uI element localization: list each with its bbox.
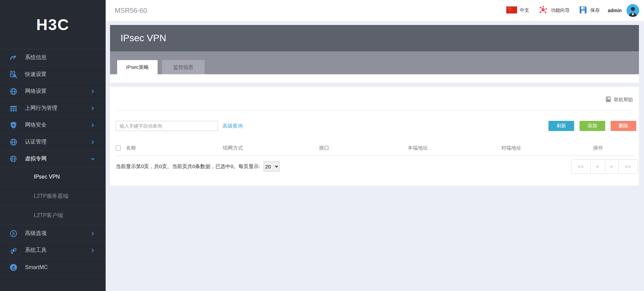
tools-icon	[9, 246, 18, 255]
tab-ipsec-policy[interactable]: IPsec策略	[117, 60, 158, 74]
save-action[interactable]: 保存	[579, 5, 600, 16]
page-size-select[interactable]: 20	[264, 161, 279, 171]
device-name: MSR56-60	[115, 7, 147, 15]
sidebar-item-label: 系统工具	[25, 247, 47, 254]
toolbar: 高级查询 刷新 添加 删除	[116, 121, 636, 131]
sidebar-item-label: 网络安全	[25, 122, 47, 129]
sidebar-item-system-info[interactable]: 系统信息	[0, 49, 106, 66]
refresh-button[interactable]: 刷新	[548, 121, 574, 131]
chevron-right-icon	[91, 123, 95, 127]
app-root: { "topbar": { "device_name": "MSR56-60",…	[0, 0, 644, 291]
sidebar-item-label: L2TP客户端	[34, 212, 63, 219]
sidebar-item-network-settings[interactable]: 网络设置	[0, 83, 106, 100]
china-flag-icon	[506, 6, 517, 15]
username[interactable]: admin	[608, 8, 622, 13]
globe-icon	[9, 87, 18, 96]
advanced-search-link[interactable]: 高级查询	[222, 123, 243, 129]
tab-monitor-info[interactable]: 监控信息	[162, 60, 205, 74]
content-panel: 联机帮助 高级查询 刷新 添加 删除 名称 组网方式 接口 本端地址 对端地址 …	[110, 87, 639, 186]
sidebar-item-behavior-management[interactable]: 上网行为管理	[0, 100, 106, 117]
table-header-row: 名称 组网方式 接口 本端地址 对端地址 操作	[116, 140, 633, 156]
svg-text:S: S	[12, 231, 15, 236]
pagination-summary: 当前显示第0页，共0页。当前页共0条数据，已选中0。每页显示:	[116, 163, 260, 170]
sidebar-item-l2tp-server[interactable]: L2TP服务器端	[0, 187, 106, 206]
pagination-bar: 当前显示第0页，共0页。当前页共0条数据，已选中0。每页显示: 20 << < …	[116, 156, 638, 177]
h3c-logo-text: H3C	[36, 16, 69, 34]
chevron-right-icon	[91, 232, 95, 236]
help-book-icon	[605, 96, 612, 104]
column-header-local-address: 本端地址	[408, 145, 501, 151]
sidebar-item-advanced-options[interactable]: S 高级选项	[0, 225, 106, 242]
sidebar-item-quick-setup[interactable]: 快速设置	[0, 66, 106, 83]
column-header-name: 名称	[126, 145, 223, 151]
prev-page-button[interactable]: <	[590, 160, 605, 173]
globe-icon	[9, 138, 18, 147]
sidebar-item-label: SmartMC	[25, 264, 48, 270]
page-header: IPsec VPN	[110, 25, 639, 51]
language-switcher[interactable]: 中文	[506, 6, 529, 15]
last-page-button[interactable]: >>	[618, 160, 638, 173]
sidebar-item-smartmc[interactable]: A SmartMC	[0, 259, 106, 276]
sidebar-item-label: 系统信息	[25, 54, 47, 61]
column-header-operation: 操作	[593, 145, 633, 151]
sidebar-item-label: 网络设置	[25, 88, 47, 95]
column-header-peer-address: 对端地址	[501, 145, 593, 151]
shield-wifi-icon	[9, 121, 18, 130]
online-help-link[interactable]: 联机帮助	[605, 96, 633, 104]
feature-wizard[interactable]: 功能向导	[538, 5, 570, 16]
sidebar-item-label: 虚拟专网	[25, 155, 47, 162]
sidebar-item-system-tools[interactable]: 系统工具	[0, 242, 106, 259]
pager: << < > >>	[571, 159, 638, 174]
delete-button[interactable]: 删除	[611, 121, 636, 131]
gauge-icon	[9, 53, 18, 62]
select-all-cell	[116, 146, 126, 151]
sidebar-item-ipsec-vpn[interactable]: IPsec VPN	[0, 167, 106, 187]
next-page-button[interactable]: >	[605, 160, 618, 173]
vpn-globe-icon	[9, 155, 18, 163]
sidebar-item-label: IPsec VPN	[34, 174, 60, 180]
save-label: 保存	[590, 7, 600, 14]
search-input[interactable]	[116, 121, 218, 131]
wizard-label: 功能向导	[551, 7, 570, 14]
sidebar-item-l2tp-client[interactable]: L2TP客户端	[0, 206, 106, 225]
sidebar-item-label: L2TP服务器端	[34, 193, 68, 200]
h3c-logo: H3C	[0, 0, 106, 49]
topbar: MSR56-60 中文 功能向导 保存 admin	[106, 0, 644, 21]
tab-bottom-strip	[110, 74, 639, 83]
smartmc-icon: A	[9, 263, 18, 272]
sidebar-item-label: 高级选项	[25, 230, 47, 237]
select-all-checkbox[interactable]	[116, 146, 121, 151]
toolbar-divider	[116, 110, 633, 111]
sidebar-item-label: 快速设置	[25, 71, 47, 78]
chevron-down-icon	[91, 157, 95, 161]
chevron-right-icon	[91, 106, 95, 110]
add-button[interactable]: 添加	[580, 121, 605, 131]
chevron-right-icon	[91, 248, 95, 253]
sidebar-item-auth-management[interactable]: 认证管理	[0, 134, 106, 151]
language-label: 中文	[520, 7, 529, 14]
sidebar-item-label: 上网行为管理	[25, 105, 57, 112]
chevron-right-icon	[91, 140, 95, 144]
column-header-mode: 组网方式	[223, 145, 319, 151]
chevron-right-icon	[91, 89, 95, 94]
page-title: IPsec VPN	[120, 33, 166, 44]
first-page-button[interactable]: <<	[572, 160, 590, 173]
save-floppy-icon	[579, 5, 588, 16]
user-avatar[interactable]	[626, 4, 639, 17]
sidebar-item-vpn[interactable]: 虚拟专网	[0, 151, 106, 167]
action-buttons: 刷新 添加 删除	[548, 121, 636, 131]
sidebar: H3C 系统信息 快速设置 网络设置 上网行为管理 网络安全	[0, 0, 106, 291]
online-help-label: 联机帮助	[614, 97, 633, 103]
sidebar-item-label: 认证管理	[25, 138, 47, 146]
quick-setup-icon	[9, 70, 18, 79]
behavior-grid-icon	[9, 104, 18, 113]
advanced-icon: S	[9, 229, 18, 238]
column-header-interface: 接口	[319, 145, 408, 151]
wizard-network-icon	[538, 5, 548, 16]
topbar-actions: 中文 功能向导 保存 admin	[498, 4, 639, 17]
sidebar-item-network-security[interactable]: 网络安全	[0, 117, 106, 134]
svg-text:A: A	[12, 265, 15, 269]
tab-bar: IPsec策略 监控信息	[110, 51, 639, 74]
